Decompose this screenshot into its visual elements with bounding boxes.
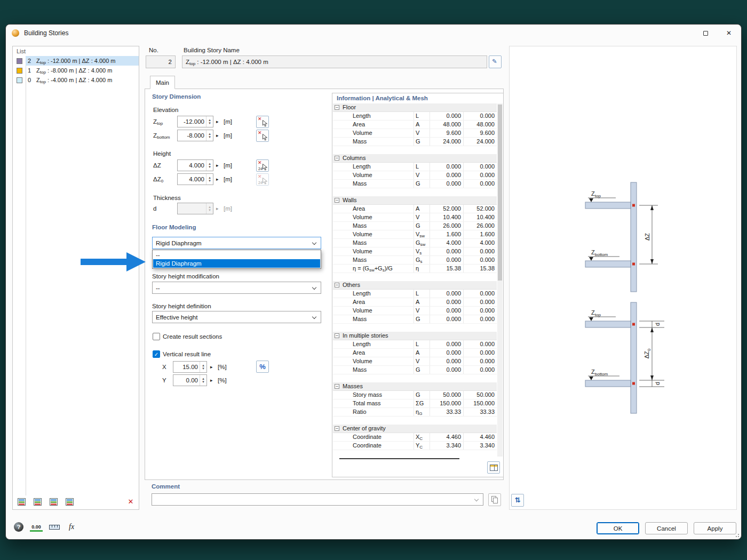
info-data-row: AreaA0.0000.000 [333, 298, 497, 307]
spinner[interactable]: ▴▾ [200, 375, 206, 386]
pick-in-graphic-button[interactable]: ✕ [256, 116, 269, 128]
dialog-title: Building Stories [24, 29, 68, 37]
cancel-button[interactable]: Cancel [645, 522, 688, 534]
spinner-down-icon[interactable]: ▾ [209, 209, 211, 212]
tree-gutter [333, 298, 342, 306]
story-height-definition-label: Story height definition [152, 303, 211, 309]
info-gap-row [333, 146, 497, 154]
flyout-arrow-icon[interactable]: ▸ [216, 206, 219, 211]
collapse-toggle[interactable]: − [335, 198, 339, 203]
story-height-modification-combo[interactable]: -- [152, 282, 321, 294]
spinner[interactable]: ▴▾ [200, 362, 206, 372]
info-desc: Mass [342, 366, 414, 374]
tree-gutter: − [333, 382, 342, 390]
diagram-panel: Ztop Zbottom ΔZ Ztop [509, 46, 737, 510]
spinner[interactable]: ▴▾ [206, 174, 213, 185]
decimal-places-button[interactable]: 0.00 [29, 521, 43, 534]
collapse-toggle[interactable]: − [335, 384, 339, 389]
percent-unit-button[interactable]: % [256, 361, 269, 373]
spinner-down-icon[interactable]: ▾ [209, 122, 211, 125]
tree-gutter [333, 256, 342, 264]
story-name-field[interactable]: Ztop : -12.000 m | ΔZ : 4.000 m [182, 55, 487, 68]
story-list-item[interactable]: 0Ztop : -4.000 m | ΔZ : 4.000 m [13, 75, 139, 85]
info-desc: η = (Gsw+Gs)/G [342, 265, 414, 273]
titlebar[interactable]: Building Stories ✕ [6, 25, 741, 42]
tree-gutter [333, 129, 342, 137]
info-group-name: Columns [342, 154, 365, 162]
collapse-toggle[interactable]: − [335, 105, 339, 110]
ok-button[interactable]: OK [597, 522, 639, 534]
flyout-arrow-icon[interactable]: ▸ [216, 119, 219, 124]
info-symbol: V [414, 357, 430, 365]
info-symbol: ηG [414, 408, 430, 416]
spinner[interactable]: ▴▾ [206, 116, 213, 127]
floor-modeling-combo[interactable]: Rigid Diaphragm [152, 237, 321, 249]
collapse-toggle[interactable]: − [335, 283, 339, 287]
numeric-input[interactable]: 15.00▴▾ [173, 361, 207, 373]
create-result-sections-checkbox[interactable] [153, 333, 160, 340]
renumber-stories-button[interactable] [63, 496, 76, 508]
spinner-down-icon[interactable]: ▾ [209, 165, 211, 169]
info-value-mesh: 0.000 [463, 112, 497, 120]
insert-story-button[interactable] [31, 496, 44, 508]
story-list-item[interactable]: 1Ztop : -8.000 m | ΔZ : 4.000 m [13, 66, 139, 75]
apply-to-stories-button[interactable]: ✕24 [256, 159, 269, 172]
spinner[interactable]: ▴▾ [206, 160, 213, 171]
delete-story-button[interactable]: ✕ [125, 496, 136, 507]
comment-combo[interactable] [152, 493, 483, 506]
numeric-input[interactable]: -12.000▴▾ [177, 116, 213, 127]
new-story-button[interactable] [15, 496, 28, 508]
info-value-analytical: 10.400 [430, 213, 463, 221]
info-scrollbar[interactable] [497, 103, 503, 457]
collapse-toggle[interactable]: − [335, 426, 339, 431]
story-color-cell [13, 56, 26, 66]
story-color-cell [13, 66, 26, 75]
numeric-input[interactable]: ▴▾ [177, 203, 213, 214]
spinner-down-icon[interactable]: ▾ [209, 179, 211, 182]
apply-button[interactable]: Apply [694, 522, 736, 534]
apply-to-stories-button[interactable]: ✕24 [256, 173, 269, 186]
maximize-button[interactable] [694, 25, 717, 41]
numeric-input[interactable]: 4.000▴▾ [177, 159, 213, 171]
flyout-arrow-icon[interactable]: ▸ [210, 378, 213, 383]
transfer-settings-button[interactable]: ⇅ [511, 494, 524, 507]
info-data-row: LengthL0.0000.000 [333, 340, 497, 349]
table-layout-button[interactable] [487, 461, 500, 474]
resize-grip[interactable] [734, 532, 739, 537]
flyout-arrow-icon[interactable]: ▸ [216, 177, 219, 182]
spinner[interactable]: ▴▾ [206, 130, 213, 141]
story-height-definition-combo[interactable]: Effective height [152, 311, 321, 323]
numeric-input[interactable]: 0.00▴▾ [173, 374, 207, 386]
numeric-input[interactable]: 4.000▴▾ [177, 173, 213, 185]
vertical-result-line-checkbox[interactable]: ✓ [153, 350, 160, 358]
info-scrollbar-thumb[interactable] [498, 105, 502, 281]
collapse-toggle[interactable]: − [335, 156, 339, 161]
help-button[interactable]: ? [12, 521, 26, 534]
collapse-toggle[interactable]: − [335, 333, 339, 338]
flyout-arrow-icon[interactable]: ▸ [216, 133, 219, 138]
copy-story-button[interactable] [47, 496, 60, 508]
story-list-panel: List 2Ztop : -12.000 m | ΔZ : 4.000 m1Zt… [12, 46, 139, 510]
tab-main[interactable]: Main [150, 76, 175, 89]
copy-comment-button[interactable] [488, 493, 501, 506]
tree-gutter: − [333, 425, 342, 433]
floor-modeling-title: Floor Modeling [152, 224, 196, 230]
floor-modeling-dropdown: --Rigid Diaphragm [152, 250, 321, 269]
spinner-down-icon[interactable]: ▾ [202, 367, 204, 370]
dropdown-option[interactable]: -- [153, 251, 320, 259]
close-button[interactable]: ✕ [717, 25, 741, 41]
spinner-down-icon[interactable]: ▾ [209, 135, 211, 139]
pick-in-graphic-button[interactable]: ✕ [256, 130, 269, 142]
flyout-arrow-icon[interactable]: ▸ [210, 364, 213, 370]
info-symbol: Gsw [414, 239, 430, 247]
spinner-down-icon[interactable]: ▾ [202, 380, 204, 383]
flyout-arrow-icon[interactable]: ▸ [216, 163, 219, 168]
formula-button[interactable]: fx [67, 521, 81, 534]
dropdown-option[interactable]: Rigid Diaphragm [153, 259, 320, 268]
numeric-input[interactable]: -8.000▴▾ [177, 130, 213, 141]
edit-name-button[interactable]: ✎ [489, 55, 502, 68]
info-symbol: G [414, 222, 430, 230]
story-list-item[interactable]: 2Ztop : -12.000 m | ΔZ : 4.000 m [13, 56, 139, 66]
units-button[interactable] [47, 521, 61, 534]
spinner[interactable]: ▴▾ [206, 203, 213, 214]
